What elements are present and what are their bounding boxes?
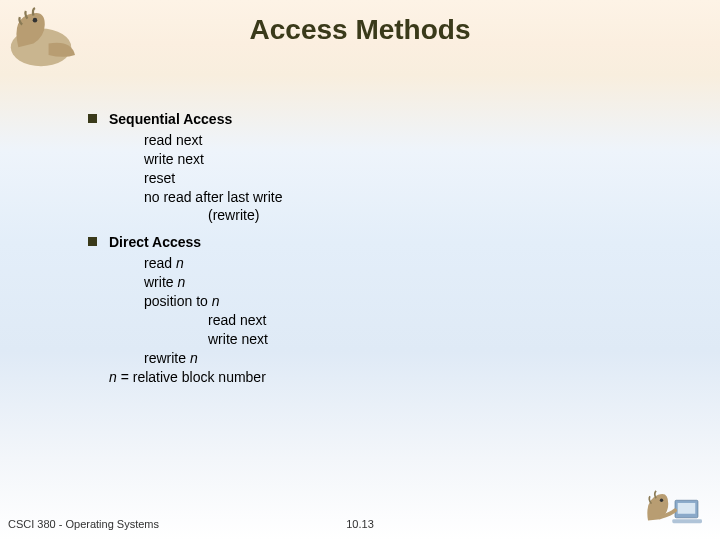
footer-page-number: 10.13 bbox=[0, 518, 720, 530]
line: no read after last write bbox=[144, 188, 283, 207]
line: write n bbox=[144, 273, 283, 292]
dinosaur-computer-icon bbox=[640, 480, 710, 534]
line: read next bbox=[208, 311, 283, 330]
line: position to n bbox=[144, 292, 283, 311]
line: reset bbox=[144, 169, 283, 188]
heading-sequential: Sequential Access bbox=[109, 110, 232, 129]
slide: Access Methods Sequential Access read ne… bbox=[0, 0, 720, 540]
square-bullet-icon bbox=[88, 114, 97, 123]
note-line: n = relative block number bbox=[109, 368, 283, 387]
line: write next bbox=[144, 150, 283, 169]
line: (rewrite) bbox=[208, 206, 283, 225]
svg-rect-4 bbox=[672, 519, 702, 523]
bullet-sequential-access: Sequential Access bbox=[88, 110, 283, 129]
svg-point-5 bbox=[660, 499, 663, 502]
line: write next bbox=[208, 330, 283, 349]
line: rewrite n bbox=[144, 349, 283, 368]
heading-direct: Direct Access bbox=[109, 233, 201, 252]
square-bullet-icon bbox=[88, 237, 97, 246]
line: read next bbox=[144, 131, 283, 150]
bullet-direct-access: Direct Access bbox=[88, 233, 283, 252]
slide-content: Sequential Access read next write next r… bbox=[88, 110, 283, 386]
line: read n bbox=[144, 254, 283, 273]
svg-rect-3 bbox=[678, 503, 696, 514]
slide-title: Access Methods bbox=[0, 14, 720, 46]
